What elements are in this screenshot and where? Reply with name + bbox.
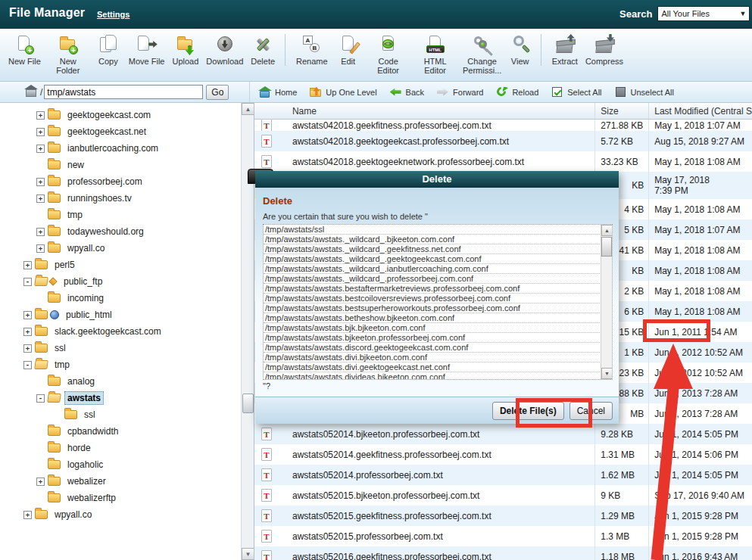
toolbar-icon	[214, 34, 236, 54]
tree-item[interactable]: awstats	[0, 390, 241, 406]
tree-toggle[interactable]	[36, 111, 45, 120]
tree-toggle[interactable]	[36, 128, 45, 136]
cancel-button[interactable]: Cancel	[569, 402, 613, 420]
scrollbar-thumb[interactable]	[242, 394, 254, 413]
toolbar-icon	[425, 34, 446, 54]
nav-toolbar: Home Up One Level Back Forward	[250, 86, 674, 98]
toolbar-button[interactable]: Move File	[125, 34, 169, 66]
tree-item[interactable]: logaholic	[0, 456, 241, 473]
tree-toggle[interactable]	[23, 261, 32, 269]
file-row[interactable]: awstats052014.bjkeeton.professorbeej.com…	[254, 424, 752, 444]
file-row[interactable]: awstats052014.geekfitness.professorbeej.…	[254, 444, 752, 465]
nav-button[interactable]: Back	[390, 86, 424, 98]
go-button[interactable]: Go	[206, 85, 229, 100]
toolbar-button[interactable]: Extract	[548, 34, 582, 66]
tree-item[interactable]: todayweshould.org	[0, 223, 241, 240]
nav-button[interactable]: Forward	[437, 86, 483, 98]
tree-item[interactable]: wpyall.co	[0, 506, 241, 523]
toolbar-button[interactable]: Change Permissi...	[459, 34, 506, 75]
nav-button[interactable]: Unselect All	[615, 86, 674, 98]
folder-icon	[48, 294, 61, 303]
nav-button[interactable]: Home	[259, 86, 297, 98]
toolbar-button[interactable]: Edit	[332, 34, 365, 66]
file-row[interactable]: awstats052015.bjkeeton.professorbeej.com…	[254, 485, 752, 506]
tree-item[interactable]: horde	[0, 440, 241, 456]
modified-column-header[interactable]: Last Modified (Central St	[648, 103, 752, 119]
size-column-header[interactable]: Size	[594, 103, 648, 119]
tree-item[interactable]: webalizerftp	[0, 490, 241, 506]
tree-item[interactable]: incoming	[0, 290, 241, 306]
tree-toggle[interactable]	[36, 394, 45, 403]
toolbar-button[interactable]: Code Editor	[365, 34, 412, 75]
nav-button[interactable]: Up One Level	[310, 86, 376, 98]
toolbar-button[interactable]: New Folder	[45, 34, 92, 75]
folder-icon	[48, 110, 61, 120]
tree-item[interactable]: geektogeekcast.net	[0, 123, 241, 140]
folder-icon	[48, 194, 61, 203]
scroll-down-icon[interactable]: ▼	[242, 548, 254, 560]
toolbar-icon	[14, 34, 35, 54]
file-row[interactable]: awstats042018.geektogeekcast.professorbe…	[254, 131, 752, 151]
file-row[interactable]: awstats042018.geektogeeknetwork.professo…	[254, 151, 752, 172]
delete-files-button[interactable]: Delete File(s)	[492, 402, 564, 420]
toolbar-button[interactable]: HTML Editor	[412, 34, 459, 75]
tree-item[interactable]: runningshoes.tv	[0, 190, 241, 207]
tree-item[interactable]: tmp	[0, 207, 241, 223]
tree-item[interactable]: wpyall.co	[0, 240, 241, 257]
scroll-up-icon[interactable]: ▲	[601, 225, 613, 236]
nav-button[interactable]: Reload	[496, 86, 538, 98]
tree-item[interactable]: webalizer	[0, 473, 241, 490]
tree-item[interactable]: public_html	[0, 306, 241, 323]
tree-toggle[interactable]	[23, 328, 32, 336]
tree-toggle[interactable]	[36, 228, 45, 236]
toolbar-button[interactable]: New File	[5, 34, 45, 66]
tree-toggle[interactable]	[36, 244, 45, 253]
toolbar-button[interactable]: View	[506, 34, 541, 66]
file-path: /tmp/awstats/awstats.bjk.bjkeeton.com.co…	[264, 323, 600, 333]
tree-item[interactable]: slack.geektogeekcast.com	[0, 323, 241, 340]
tree-item[interactable]: ssl	[0, 406, 241, 423]
toolbar-button[interactable]: Copy	[92, 34, 125, 66]
file-row[interactable]: awstats052015.geekfitness.professorbeej.…	[254, 506, 752, 526]
tree-toggle[interactable]	[23, 278, 32, 286]
tree-toggle[interactable]	[23, 344, 32, 353]
tree-toggle[interactable]	[36, 194, 45, 203]
tree-toggle[interactable]	[36, 478, 45, 486]
tree-item[interactable]: ssl	[0, 340, 241, 356]
file-path: /tmp/awstats/awstats._wildcard_.geektoge…	[264, 254, 600, 264]
tree-toggle[interactable]	[36, 178, 45, 186]
tree-item[interactable]: ianbutlercoaching.com	[0, 140, 241, 157]
tree-item[interactable]: cpbandwidth	[0, 423, 241, 440]
file-row[interactable]: awstats052014.professorbeej.com.txt 1.62…	[254, 465, 752, 485]
scroll-down-icon[interactable]: ▼	[601, 368, 613, 379]
toolbar-button[interactable]: Download	[202, 34, 247, 66]
tree-toggle[interactable]	[23, 361, 32, 369]
file-path: /tmp/awstats/ssl	[264, 225, 600, 235]
file-row[interactable]: awstats052016.geekfitness.professorbeej.…	[254, 546, 752, 560]
nav-button[interactable]: Select All	[551, 86, 601, 98]
list-scrollbar[interactable]: ▲ ▼	[601, 225, 612, 379]
file-row[interactable]: awstats042018.geekfitness.professorbeej.…	[254, 120, 752, 131]
delete-file-list[interactable]: ▲ ▼ /tmp/awstats/ssl /tmp/awstats/awstat…	[263, 224, 613, 380]
toolbar-button[interactable]: Rename	[292, 34, 332, 66]
scrollbar-thumb[interactable]	[601, 237, 612, 257]
path-input[interactable]	[44, 85, 203, 99]
toolbar-button[interactable]: Compress	[582, 34, 627, 66]
tree-item[interactable]: public_ftp	[0, 273, 241, 290]
tree-toggle[interactable]	[23, 311, 32, 319]
settings-link[interactable]: Settings	[97, 10, 129, 19]
tree-toggle[interactable]	[36, 145, 45, 153]
tree-toggle[interactable]	[23, 511, 32, 519]
tree-item[interactable]: geektogeekcast.com	[0, 107, 241, 123]
tree-item[interactable]: professorbeej.com	[0, 173, 241, 190]
tree-item[interactable]: new	[0, 157, 241, 173]
toolbar-button[interactable]: Upload	[168, 34, 202, 66]
search-scope-select[interactable]: All Your Files ▼	[657, 6, 750, 21]
tree-item[interactable]: tmp	[0, 356, 241, 373]
scroll-up-icon[interactable]: ▲	[242, 103, 254, 115]
tree-item[interactable]: perl5	[0, 257, 241, 273]
toolbar-button[interactable]: Delete	[247, 34, 286, 66]
tree-item[interactable]: analog	[0, 373, 241, 390]
file-row[interactable]: awstats052015.professorbeej.com.txt 1.3 …	[254, 526, 752, 546]
name-column-header[interactable]: Name	[279, 106, 594, 117]
